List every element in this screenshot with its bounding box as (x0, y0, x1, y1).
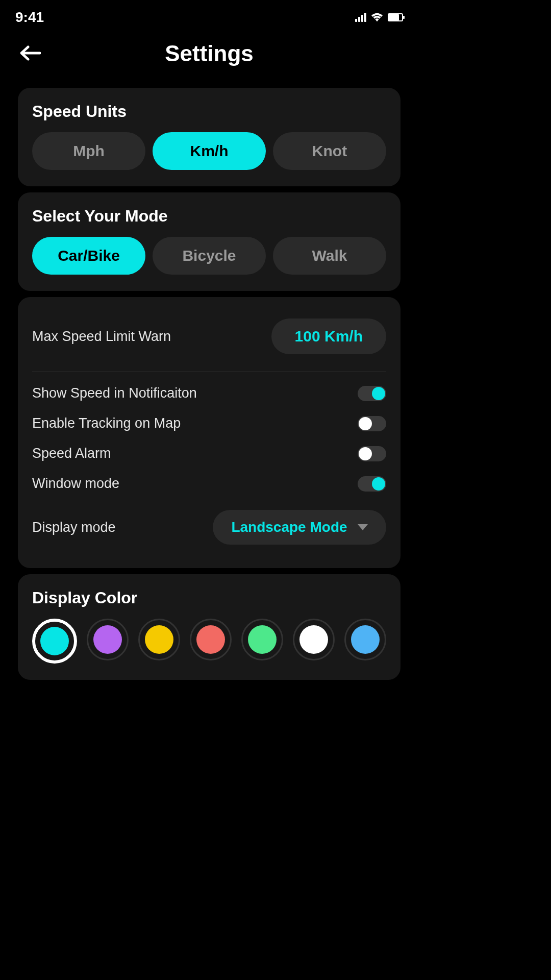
mode-options: Car/Bike Bicycle Walk (32, 237, 386, 275)
color-options (32, 619, 386, 664)
toggle-window[interactable] (358, 476, 386, 492)
color-option-yellow[interactable] (138, 619, 180, 660)
speed-unit-knot[interactable]: Knot (273, 132, 386, 170)
speed-units-options: Mph Km/h Knot (32, 132, 386, 170)
cellular-icon (355, 13, 366, 22)
status-bar: 9:41 (0, 0, 418, 31)
settings-card: Max Speed Limit Warn 100 Km/h Show Speed… (18, 297, 400, 568)
header: Settings (0, 31, 418, 82)
toggle-label: Window mode (32, 476, 119, 492)
toggle-label: Speed Alarm (32, 446, 111, 461)
toggle-label: Enable Tracking on Map (32, 415, 181, 431)
mode-title: Select Your Mode (32, 207, 386, 226)
toggle-tracking[interactable] (358, 416, 386, 431)
mode-walk[interactable]: Walk (273, 237, 386, 275)
mode-bicycle[interactable]: Bicycle (153, 237, 266, 275)
color-option-purple[interactable] (87, 619, 129, 660)
wifi-icon (371, 13, 383, 22)
toggle-alarm[interactable] (358, 446, 386, 461)
speed-unit-mph[interactable]: Mph (32, 132, 145, 170)
color-option-red[interactable] (190, 619, 232, 660)
display-mode-dropdown[interactable]: Landscape Mode (213, 510, 386, 545)
status-icons (355, 13, 403, 22)
color-option-blue[interactable] (344, 619, 386, 660)
toggle-row-notification: Show Speed in Notificaiton (32, 378, 386, 408)
display-mode-label: Display mode (32, 520, 116, 535)
speed-units-card: Speed Units Mph Km/h Knot (18, 88, 400, 186)
toggle-notification[interactable] (358, 386, 386, 401)
status-time: 9:41 (15, 9, 44, 26)
back-arrow-icon[interactable] (20, 41, 41, 66)
battery-icon (388, 13, 403, 21)
color-option-cyan[interactable] (32, 619, 77, 664)
display-color-title: Display Color (32, 589, 386, 607)
speed-units-title: Speed Units (32, 102, 386, 121)
max-speed-label: Max Speed Limit Warn (32, 329, 171, 345)
toggle-row-window: Window mode (32, 469, 386, 499)
page-title: Settings (15, 41, 403, 66)
max-speed-row: Max Speed Limit Warn 100 Km/h (32, 311, 386, 361)
toggle-row-alarm: Speed Alarm (32, 438, 386, 469)
mode-carbike[interactable]: Car/Bike (32, 237, 145, 275)
toggle-label: Show Speed in Notificaiton (32, 385, 197, 401)
color-option-green[interactable] (241, 619, 283, 660)
max-speed-value[interactable]: 100 Km/h (271, 318, 386, 354)
speed-unit-kmh[interactable]: Km/h (153, 132, 266, 170)
mode-card: Select Your Mode Car/Bike Bicycle Walk (18, 192, 400, 291)
chevron-down-icon (358, 524, 368, 530)
divider (32, 372, 386, 372)
color-option-white[interactable] (293, 619, 335, 660)
display-mode-row: Display mode Landscape Mode (32, 503, 386, 552)
display-color-card: Display Color (18, 574, 400, 680)
toggle-row-tracking: Enable Tracking on Map (32, 408, 386, 438)
display-mode-value: Landscape Mode (231, 519, 347, 535)
